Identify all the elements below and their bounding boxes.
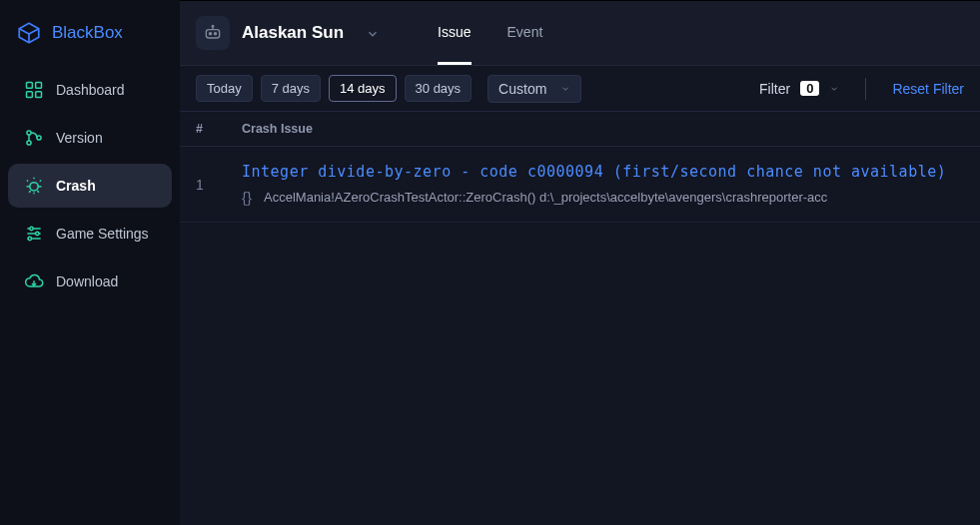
tabs: Issue Event <box>438 2 542 65</box>
dashboard-icon <box>24 80 44 100</box>
svg-point-7 <box>30 183 38 191</box>
version-icon <box>24 128 44 148</box>
svg-point-9 <box>36 232 39 235</box>
svg-point-10 <box>28 237 31 240</box>
braces-icon: {} <box>242 189 252 206</box>
sidebar-item-label: Download <box>56 273 118 289</box>
col-crash-issue: Crash Issue <box>242 122 313 136</box>
cloud-download-icon <box>24 271 44 291</box>
chevron-down-icon <box>560 84 570 94</box>
chevron-down-icon[interactable] <box>366 27 378 39</box>
svg-rect-3 <box>36 92 42 98</box>
svg-rect-0 <box>27 83 33 89</box>
svg-rect-1 <box>36 83 42 89</box>
sidebar-item-label: Game Settings <box>56 226 149 242</box>
svg-point-13 <box>214 33 216 35</box>
col-number: # <box>196 122 242 136</box>
crash-issue-title[interactable]: Integer divide-by-zero - code c0000094 (… <box>242 163 964 181</box>
topbar: Alaskan Sun Issue Event <box>180 0 980 66</box>
sidebar-item-version[interactable]: Version <box>8 116 172 160</box>
crash-icon <box>24 176 44 196</box>
table-row[interactable]: 1 Integer divide-by-zero - code c0000094… <box>180 147 980 223</box>
filter-label: Filter <box>759 81 790 97</box>
tab-issue[interactable]: Issue <box>438 2 471 65</box>
project-avatar <box>196 16 230 50</box>
project-name: Alaskan Sun <box>242 23 344 43</box>
tab-event[interactable]: Event <box>507 2 543 65</box>
sidebar-item-dashboard[interactable]: Dashboard <box>8 68 172 112</box>
crash-issue-path: AccelMania!AZeroCrashTestActor::ZeroCras… <box>264 190 827 205</box>
cube-icon <box>16 20 42 46</box>
filter-range-30-days[interactable]: 30 days <box>405 75 473 102</box>
sidebar-item-game-settings[interactable]: Game Settings <box>8 212 172 256</box>
sidebar: BlackBox Dashboard Version Crash Game Se… <box>0 0 180 525</box>
svg-point-5 <box>27 141 31 145</box>
row-body: Integer divide-by-zero - code c0000094 (… <box>242 163 964 206</box>
filter-range-custom[interactable]: Custom <box>488 75 581 103</box>
row-number: 1 <box>196 163 242 206</box>
sliders-icon <box>24 224 44 244</box>
filter-count-badge: 0 <box>800 81 819 96</box>
svg-point-8 <box>30 227 33 230</box>
sidebar-item-label: Dashboard <box>56 82 125 98</box>
sidebar-item-download[interactable]: Download <box>8 260 172 303</box>
svg-point-12 <box>209 33 211 35</box>
brand-name: BlackBox <box>52 23 123 43</box>
custom-label: Custom <box>498 81 546 97</box>
crash-issue-subtitle: {} AccelMania!AZeroCrashTestActor::ZeroC… <box>242 189 964 206</box>
svg-rect-11 <box>206 30 219 38</box>
divider <box>865 78 866 100</box>
svg-rect-2 <box>27 92 33 98</box>
filter-range-today[interactable]: Today <box>196 75 253 102</box>
filter-range-14-days[interactable]: 14 days <box>329 75 397 102</box>
filter-dropdown[interactable]: Filter 0 <box>759 81 839 97</box>
sidebar-item-label: Version <box>56 130 103 146</box>
main: Alaskan Sun Issue Event Today 7 days 14 … <box>180 0 980 525</box>
filter-bar: Today 7 days 14 days 30 days Custom Filt… <box>180 66 980 112</box>
filter-range-7-days[interactable]: 7 days <box>261 75 321 102</box>
chevron-down-icon <box>829 84 839 94</box>
table-header: # Crash Issue <box>180 112 980 147</box>
reset-filter-link[interactable]: Reset Filter <box>892 81 964 97</box>
svg-point-4 <box>27 131 31 135</box>
svg-point-14 <box>212 26 214 28</box>
sidebar-item-label: Crash <box>56 178 96 194</box>
sidebar-item-crash[interactable]: Crash <box>8 164 172 208</box>
brand[interactable]: BlackBox <box>0 12 180 54</box>
